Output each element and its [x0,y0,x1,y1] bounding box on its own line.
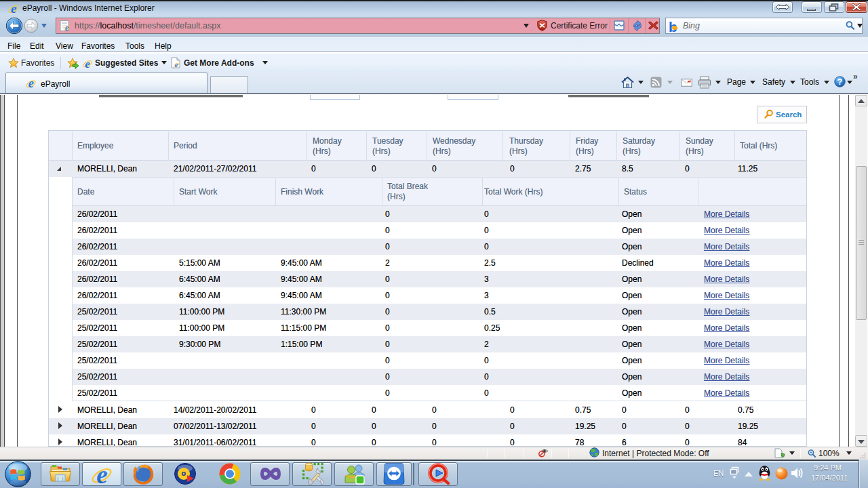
svg-text:?: ? [837,77,842,87]
